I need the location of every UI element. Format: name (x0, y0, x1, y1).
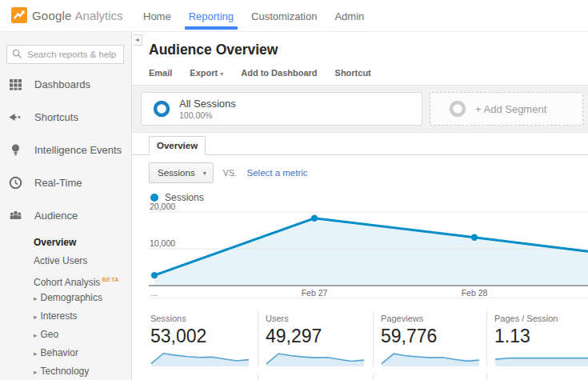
data-point[interactable] (471, 234, 478, 241)
sidebar-item-technology[interactable]: ▸Technology (0, 362, 131, 380)
metric-cards-row-2: % New Sessions (149, 374, 588, 380)
export-button[interactable]: Export▾ (190, 68, 223, 78)
y-axis-label: 10,000 (150, 238, 175, 248)
email-button[interactable]: Email (149, 68, 172, 78)
metric-value: 49,297 (266, 326, 373, 347)
sidebar-item-shortcuts[interactable]: Shortcuts (0, 101, 131, 134)
sidebar-item-label: Real-Time (34, 177, 82, 189)
segment-title: All Sessions (179, 98, 236, 110)
metric-card-placeholder (258, 374, 373, 380)
metric-select-dropdown[interactable]: Sessions ▾ (149, 162, 214, 183)
metric-card-pageviews: Pageviews 59,776 (373, 311, 486, 366)
y-axis-label: 20,000 (150, 202, 175, 211)
caret-down-icon: ▾ (220, 70, 223, 78)
sidebar-item-label: Cohort Analysis (34, 277, 100, 288)
audience-subnav: Overview Active Users Cohort AnalysisBET… (0, 234, 131, 380)
sidebar-item-label: Technology (41, 366, 90, 377)
add-to-dashboard-button[interactable]: Add to Dashboard (241, 68, 317, 78)
legend-dot-icon (150, 194, 158, 202)
sidebar-item-interests[interactable]: ▸Interests (0, 307, 131, 326)
metric-card-placeholder (486, 374, 588, 380)
vs-label: VS. (223, 168, 238, 178)
sidebar-item-dashboards[interactable]: Dashboards (0, 68, 131, 101)
sidebar-item-label: Audience (34, 210, 78, 222)
segment-donut-icon (152, 99, 171, 118)
search-box (6, 45, 124, 64)
search-input[interactable] (6, 45, 124, 64)
data-point[interactable] (311, 215, 318, 222)
nav-tab-customization[interactable]: Customization (251, 0, 317, 32)
add-segment-label: + Add Segment (475, 103, 546, 115)
nav-tab-admin[interactable]: Admin (334, 0, 364, 32)
analytics-logo-icon (11, 7, 27, 23)
metric-label[interactable]: Sessions (150, 314, 258, 323)
data-point[interactable] (151, 272, 158, 278)
metric-label[interactable]: Users (266, 314, 373, 323)
segment-percent: 100.00% (179, 110, 236, 120)
expand-arrow-icon: ▸ (34, 294, 38, 302)
sidebar-item-overview[interactable]: Overview (0, 234, 131, 252)
report-toolbar: Email Export▾ Add to Dashboard Shortcut (149, 68, 588, 78)
x-axis-label: Feb 27 (302, 288, 328, 298)
top-navigation: Home Reporting Customization Admin (143, 0, 364, 32)
metric-cards-row: Sessions 53,002 Users 49,297 Pageviews 5… (149, 311, 588, 366)
lightbulb-icon (9, 143, 22, 157)
sparkline-area-fill (495, 358, 588, 367)
pageviews-sparkline (381, 350, 481, 366)
beta-badge: BETA (102, 276, 119, 283)
metric-card-placeholder (373, 374, 486, 380)
sessions-sparkline (150, 350, 250, 366)
expand-arrow-icon: ▸ (34, 331, 38, 339)
metric-value: 59,776 (381, 326, 486, 347)
metric-card-sessions: Sessions 53,002 (149, 311, 258, 366)
tab-overview[interactable]: Overview (149, 136, 206, 155)
sidebar-item-geo[interactable]: ▸Geo (0, 326, 131, 344)
caret-down-icon: ▾ (203, 170, 206, 177)
shortcut-button[interactable]: Shortcut (335, 68, 371, 78)
metric-label[interactable]: Pageviews (381, 314, 486, 323)
tab-bar: Overview (132, 136, 588, 155)
metric-value: 53,002 (150, 326, 258, 347)
brand-google: Google (32, 9, 72, 22)
nav-tab-reporting[interactable]: Reporting (189, 0, 234, 32)
sidebar: Dashboards Shortcuts Intelligence Events… (0, 32, 132, 380)
sidebar-item-label: Intelligence Events (34, 144, 122, 156)
metric-picker-row: Sessions ▾ VS. Select a metric (149, 162, 588, 183)
add-segment-button[interactable]: + Add Segment (430, 92, 583, 126)
clock-icon (9, 176, 22, 190)
app-brand[interactable]: Google Analytics (11, 7, 123, 23)
sidebar-item-label: Dashboards (34, 78, 90, 90)
metric-label[interactable]: Pages / Session (494, 314, 588, 323)
search-icon (12, 49, 22, 59)
sidebar-item-demographics[interactable]: ▸Demographics (0, 289, 131, 307)
sidebar-item-cohort-analysis[interactable]: Cohort AnalysisBETA (0, 270, 131, 289)
expand-arrow-icon: ▸ (34, 350, 38, 358)
chart-legend: Sessions (150, 192, 588, 203)
sidebar-item-behavior[interactable]: ▸Behavior (0, 344, 131, 362)
chevron-left-icon: ◂ (135, 36, 138, 43)
topbar: Google Analytics Home Reporting Customiz… (0, 0, 588, 32)
sidebar-item-intelligence-events[interactable]: Intelligence Events (0, 134, 131, 166)
x-axis-label: Feb 28 (462, 288, 488, 298)
sidebar-collapse-button[interactable]: ◂ (133, 34, 142, 46)
dashboards-grid-icon (9, 78, 22, 91)
metric-card-users: Users 49,297 (258, 311, 373, 366)
pages-per-session-sparkline (494, 350, 588, 366)
shortcuts-arrow-icon (9, 110, 22, 124)
metric-value: 1.13 (494, 326, 588, 347)
nav-tab-home[interactable]: Home (143, 0, 171, 32)
sidebar-item-label: Behavior (41, 347, 78, 358)
sidebar-item-real-time[interactable]: Real-Time (0, 166, 131, 199)
sparkline-area-fill (382, 354, 479, 366)
sparkline-area-fill (266, 354, 364, 366)
sessions-chart-svg[interactable] (149, 207, 588, 287)
sidebar-item-label: Shortcuts (34, 111, 78, 123)
export-label: Export (190, 68, 218, 78)
sidebar-item-active-users[interactable]: Active Users (0, 252, 131, 270)
sidebar-item-audience[interactable]: Audience (0, 199, 131, 232)
users-sparkline (266, 350, 366, 366)
select-metric-link[interactable]: Select a metric (247, 168, 308, 178)
segment-card-all-sessions[interactable]: All Sessions 100.00% (141, 92, 422, 126)
sidebar-item-label: Demographics (41, 292, 102, 303)
main-content: ◂ Audience Overview Email Export▾ Add to… (132, 32, 588, 380)
